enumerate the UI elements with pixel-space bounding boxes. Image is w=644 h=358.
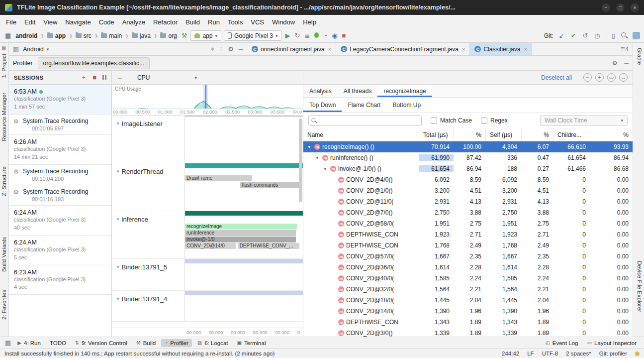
minimize-window-icon[interactable]: −	[602, 3, 610, 12]
menu-item-vcs[interactable]: VCS	[247, 16, 268, 28]
recording-entry[interactable]: ⚙System Trace Recording00:01:16.193	[9, 185, 111, 206]
stop-button[interactable]: ■	[341, 32, 347, 39]
thread-track[interactable]	[185, 259, 303, 290]
menu-item-build[interactable]: Build	[182, 16, 204, 28]
menu-item-edit[interactable]: Edit	[20, 16, 39, 28]
profile-button[interactable]: ◔	[322, 32, 328, 39]
project-settings-icon[interactable]: ⚙	[227, 45, 235, 53]
call-tree-row[interactable]: ▼mDEPTHWISE_CON1,9232.711,9232.7100.00	[303, 229, 633, 240]
tool-stripe-build-variants[interactable]: Build Variants	[1, 237, 8, 272]
menu-item-run[interactable]: Run	[204, 16, 224, 28]
editor-tab-list-icon[interactable]: ≣4	[620, 46, 629, 53]
run-configuration-select[interactable]: app ▾	[190, 30, 221, 41]
breadcrumb-org[interactable]: org	[159, 32, 178, 40]
git-commit-button[interactable]: ✔	[570, 32, 577, 39]
collapse-arrow-icon[interactable]: ▾	[117, 217, 119, 222]
debug-button[interactable]	[313, 32, 320, 39]
zoom-to-selection-icon[interactable]: ↔	[619, 73, 628, 82]
project-window-icon[interactable]: ▦	[4, 32, 12, 39]
caret-position[interactable]: 244:42	[502, 351, 519, 357]
session-entry[interactable]: 6:26 AMclassification (Google Pixel 3)14…	[9, 135, 111, 165]
thread-label[interactable]: ▾Binder:13791_5	[112, 259, 185, 290]
add-session-icon[interactable]: +	[81, 74, 87, 81]
subtab-flame-chart[interactable]: Flame Chart	[342, 98, 386, 112]
profiler-settings-icon[interactable]: ⚙	[612, 60, 618, 67]
zoom-out-icon[interactable]: −	[583, 73, 592, 82]
timeline-scrollbar[interactable]	[299, 119, 302, 202]
toolwindow-profiler[interactable]: ◔Profiler	[161, 339, 191, 347]
column-header-name[interactable]: Name	[303, 128, 419, 141]
breadcrumb-android[interactable]: android	[14, 32, 38, 40]
tool-stripe-resource-manager[interactable]: Resource Manager	[1, 93, 8, 141]
trace-span[interactable]: invoke@-1/0	[185, 237, 296, 242]
regex-option[interactable]: Regex	[481, 117, 508, 124]
back-arrow-icon[interactable]: ←	[116, 74, 124, 81]
call-tree-row[interactable]: ▼mCONV_2D@32/0(1,5642.211,5642.2100.00	[303, 284, 633, 295]
tool-stripe-z-structure[interactable]: Z: Structure	[1, 166, 8, 196]
profiler-tool-label[interactable]: Profiler	[13, 60, 33, 67]
subtab-top-down[interactable]: Top Down	[303, 98, 342, 112]
call-tree-row[interactable]: ▼mrunInference() ()61,99087.423360.4761,…	[303, 152, 633, 163]
collapse-arrow-icon[interactable]: ▾	[117, 264, 119, 269]
call-tree-row[interactable]: ▼mCONV_2D@58/0(1,9512.751,9512.7500.00	[303, 218, 633, 229]
call-tree-row[interactable]: ▼mDEPTHWISE_CON1,3431.891,3431.8900.00	[303, 317, 633, 328]
git-revert-button[interactable]: ↺	[582, 32, 589, 39]
toolwindow-build[interactable]: ⚒Build	[133, 339, 160, 347]
trace-span[interactable]: flush commands	[240, 182, 300, 188]
breadcrumb-app[interactable]: app	[46, 32, 67, 40]
notifications-icon[interactable]	[635, 352, 640, 356]
breadcrumb-java[interactable]: java	[131, 32, 152, 40]
session-entry[interactable]: 6:24 AMclassification (Google Pixel 3)5 …	[9, 236, 111, 265]
column-header-total-pct[interactable]: %	[454, 128, 485, 141]
stop-session-icon[interactable]: ■	[92, 74, 97, 81]
regex-checkbox[interactable]	[481, 118, 487, 124]
editor-tab-onnectionfragment-java[interactable]: ConnectionFragment.java×	[247, 43, 336, 55]
thread-label[interactable]: ▾ImageListener	[112, 116, 185, 163]
editor-tab-legacycameraconnectionfragment-java[interactable]: CLegacyCameraConnectionFragment.java×	[336, 43, 470, 55]
profiler-hide-icon[interactable]: ─	[624, 60, 629, 67]
match-case-option[interactable]: Match Case	[431, 117, 472, 124]
call-tree-row[interactable]: ▼mCONV_2D@40/0(1,5852.241,5852.2400.00	[303, 273, 633, 284]
hide-panel-icon[interactable]: ─	[238, 45, 244, 53]
expand-arrow-icon[interactable]: ▼	[322, 167, 328, 171]
toolwindow-4-run[interactable]: ▶4: Run	[14, 339, 44, 347]
cpu-usage-chart[interactable]: CPU Usage 00.00000.50001.00001.50002.000…	[112, 85, 303, 116]
maximize-window-icon[interactable]: □	[616, 3, 625, 12]
attach-debugger-button[interactable]: ◉	[331, 32, 338, 39]
collapse-arrow-icon[interactable]: ▾	[117, 296, 119, 301]
selection-line[interactable]	[205, 85, 206, 109]
session-entry[interactable]: 6:23 AMclassification (Google Pixel 3)4 …	[9, 265, 111, 295]
call-tree-row[interactable]: ▼mCONV_2D@3/0()1,3391.891,3391.8900.00	[303, 328, 633, 337]
column-header-children[interactable]: Childre...	[553, 128, 590, 141]
project-stripe-icon[interactable]: ▦	[1, 45, 6, 50]
git-branch[interactable]: Git: profiler	[599, 351, 627, 357]
tab-recognizeimage[interactable]: recognizeImage	[377, 85, 432, 97]
search-input[interactable]	[308, 116, 422, 126]
encoding[interactable]: UTF-8	[542, 351, 558, 357]
thread-label[interactable]: ▾inference	[112, 211, 185, 258]
search-everywhere-icon[interactable]	[621, 32, 628, 39]
call-tree-row[interactable]: ▼mCONV_2D@57/0(1,6672.351,6672.3500.00	[303, 251, 633, 262]
close-tab-icon[interactable]: ×	[328, 46, 331, 52]
zoom-in-icon[interactable]: +	[595, 73, 604, 82]
tool-stripe-gradle[interactable]: Gradle	[636, 48, 643, 65]
toolwindow-6-logcat[interactable]: ▥6: Logcat	[194, 339, 232, 347]
recording-entry[interactable]: ⚙System Trace Recording00:10:04.200	[9, 165, 111, 185]
tool-stripe-2-favorites[interactable]: 2: Favorites	[1, 290, 8, 320]
collapse-arrow-icon[interactable]: ▾	[117, 121, 119, 126]
tab-analysis[interactable]: Analysis	[303, 85, 338, 97]
column-header-self[interactable]: Self (µs)	[485, 128, 521, 141]
expand-arrow-icon[interactable]: ▼	[314, 156, 320, 160]
call-tree-row[interactable]: ▼mCONV_2D@18/0(1,4452.041,4452.0400.00	[303, 295, 633, 306]
subtab-bottom-up[interactable]: Bottom Up	[386, 98, 427, 112]
menu-item-navigate[interactable]: Navigate	[61, 16, 94, 28]
device-manager-button[interactable]: ▯	[611, 32, 616, 39]
toolwindow-todo[interactable]: TODO	[46, 339, 70, 347]
toolwindow-event-log[interactable]: ◴Event Log	[542, 339, 582, 347]
project-view-selector[interactable]: Android	[23, 46, 43, 53]
build-hammer-icon[interactable]: ⚒	[181, 32, 188, 39]
menu-item-view[interactable]: View	[39, 16, 61, 28]
column-header-children-pct[interactable]: %	[590, 128, 633, 141]
call-tree-row[interactable]: ▼mDEPTHWISE_CON1,7682.491,7682.4900.00	[303, 240, 633, 251]
call-tree-row[interactable]: ▼mCONV_2D@4/0()6,0928.596,0928.5900.00	[303, 174, 633, 185]
